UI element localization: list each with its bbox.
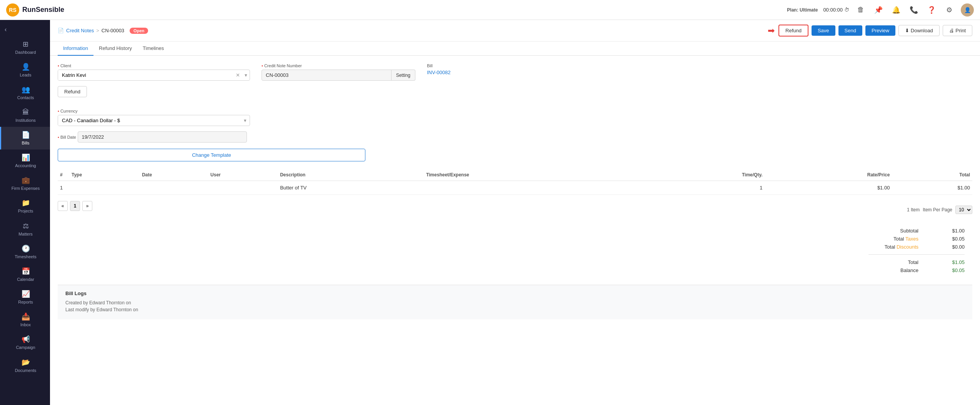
total-label: Total: [868, 259, 918, 265]
sidebar-item-documents[interactable]: 📂 Documents: [0, 354, 50, 377]
row-user: [208, 181, 278, 195]
matters-icon: ⚖: [23, 222, 29, 230]
sidebar: ‹ ⊞ Dashboard 👤 Leads 👥 Contacts 🏛 Insti…: [0, 20, 50, 405]
bill-logs-modified: Last modify by Edward Thornton on: [65, 307, 965, 312]
breadcrumb-parent[interactable]: Credit Notes: [66, 28, 94, 33]
refund-button[interactable]: Refund: [778, 25, 808, 37]
phone-icon-btn[interactable]: 📞: [908, 4, 920, 16]
subtotal-label: Subtotal: [868, 228, 918, 234]
col-timeqty: Time/Qty.: [647, 169, 765, 181]
preview-button[interactable]: Preview: [865, 25, 895, 36]
sidebar-item-calendar[interactable]: 📅 Calendar: [0, 263, 50, 286]
page-1-button[interactable]: 1: [70, 201, 80, 211]
sidebar-item-leads[interactable]: 👤 Leads: [0, 59, 50, 81]
balance-value: $0.05: [934, 267, 965, 273]
breadcrumb: 📄 Credit Notes > CN-00003 Open: [58, 28, 148, 34]
timer-icon: ⏱: [844, 7, 849, 13]
app-body: ‹ ⊞ Dashboard 👤 Leads 👥 Contacts 🏛 Insti…: [0, 20, 980, 405]
col-type: Type: [69, 169, 140, 181]
col-date: Date: [140, 169, 208, 181]
sidebar-item-projects[interactable]: 📁 Projects: [0, 195, 50, 217]
client-clear-icon[interactable]: ✕: [233, 72, 242, 78]
plan-info: Plan: Ultimate: [787, 7, 818, 13]
sidebar-item-campaign[interactable]: 📢 Campaign: [0, 331, 50, 354]
prev-page-button[interactable]: «: [58, 201, 68, 211]
taxes-label: Total Taxes: [868, 236, 918, 242]
client-dropdown-icon[interactable]: ▾: [242, 72, 250, 78]
projects-icon: 📁: [22, 199, 30, 207]
help-icon-btn[interactable]: ❓: [925, 4, 938, 16]
bill-date-input[interactable]: [78, 131, 247, 143]
change-template-button[interactable]: Change Template: [58, 149, 365, 161]
sidebar-item-timesheets[interactable]: 🕐 Timesheets: [0, 241, 50, 263]
subtotal-value: $1.00: [934, 228, 965, 234]
per-page-label: Item Per Page: [923, 207, 952, 212]
tab-refund-history[interactable]: Refund History: [93, 41, 137, 56]
pagination-info: 1 Item Item Per Page 10 25 50: [907, 206, 972, 214]
campaign-icon: 📢: [22, 335, 30, 344]
sidebar-item-contacts[interactable]: 👥 Contacts: [0, 81, 50, 104]
save-button[interactable]: Save: [812, 25, 835, 36]
total-row: Total $1.05: [868, 259, 965, 265]
sidebar-item-firm-expenses[interactable]: 💼 Firm Expenses: [0, 172, 50, 195]
top-nav: RS RunSensible Plan: Ultimate 00:00:00 ⏱…: [0, 0, 980, 20]
cn-number-input-row: Setting: [262, 70, 415, 81]
next-page-button[interactable]: »: [82, 201, 92, 211]
page-header: 📄 Credit Notes > CN-00003 Open ➡ Refund …: [50, 20, 980, 41]
bills-icon: 📄: [22, 131, 30, 139]
row-timesheet: [424, 181, 647, 195]
col-total: Total: [892, 169, 972, 181]
row-date: [140, 181, 208, 195]
balance-row: Balance $0.05: [868, 267, 965, 273]
pagination: « 1 »: [58, 201, 92, 211]
bell-icon-btn[interactable]: 🔔: [890, 4, 902, 16]
currency-dropdown-icon[interactable]: ▾: [241, 118, 250, 123]
currency-input[interactable]: [58, 115, 241, 126]
balance-label: Balance: [868, 267, 918, 273]
items-table: # Type Date User Description Timesheet/E…: [58, 169, 972, 195]
taxes-row: Total Taxes $0.05: [868, 236, 965, 242]
sidebar-item-matters[interactable]: ⚖ Matters: [0, 218, 50, 241]
sidebar-collapse-btn[interactable]: ‹: [0, 23, 50, 36]
sidebar-item-bills[interactable]: 📄 Bills: [0, 127, 50, 149]
send-button[interactable]: Send: [838, 25, 862, 36]
discounts-label: Total Discounts: [868, 244, 918, 250]
pin-icon-btn[interactable]: 📌: [872, 4, 885, 16]
documents-icon: 📂: [22, 358, 30, 367]
print-button[interactable]: 🖨 Print: [943, 25, 972, 36]
tab-timelines[interactable]: Timelines: [137, 41, 169, 56]
sidebar-item-accounting[interactable]: 📊 Accounting: [0, 149, 50, 172]
app-logo[interactable]: RS RunSensible: [6, 3, 64, 17]
sidebar-item-institutions[interactable]: 🏛 Institutions: [0, 105, 50, 127]
bill-link[interactable]: INV-00082: [427, 70, 450, 75]
credit-note-number-group: Credit Note Number Setting: [262, 63, 415, 81]
form-refund-button[interactable]: Refund: [58, 86, 87, 97]
total-value: $1.05: [934, 259, 965, 265]
col-rate: Rate/Price: [765, 169, 892, 181]
sidebar-item-inbox[interactable]: 📥 Inbox: [0, 309, 50, 331]
row-num: 1: [58, 181, 69, 195]
discounts-row: Total Discounts $0.00: [868, 244, 965, 250]
download-button[interactable]: ⬇ Download: [898, 25, 939, 36]
user-avatar[interactable]: 👤: [961, 3, 974, 17]
setting-button[interactable]: Setting: [392, 70, 415, 81]
sidebar-item-reports[interactable]: 📈 Reports: [0, 286, 50, 309]
sidebar-item-dashboard[interactable]: ⊞ Dashboard: [0, 36, 50, 59]
breadcrumb-current: CN-00003: [102, 28, 124, 33]
per-page-select[interactable]: 10 25 50: [955, 206, 972, 214]
form-area: Client ✕ ▾ Credit Note Number Setting: [50, 56, 980, 405]
bill-logs-title: Bill Logs: [65, 290, 965, 296]
inbox-icon: 📥: [22, 312, 30, 321]
col-description: Description: [278, 169, 424, 181]
bill-date-label: Bill Date: [58, 135, 76, 139]
row-timeqty: 1: [647, 181, 765, 195]
dashboard-icon: ⊞: [23, 40, 28, 48]
tab-information[interactable]: Information: [58, 41, 93, 56]
breadcrumb-separator: >: [96, 28, 99, 33]
bill-label: Bill: [427, 63, 450, 68]
trash-icon-btn[interactable]: 🗑: [855, 4, 867, 16]
client-input[interactable]: [58, 70, 233, 80]
settings-icon-btn[interactable]: ⚙: [943, 4, 955, 16]
credit-note-number-input[interactable]: [262, 70, 392, 81]
client-label: Client: [58, 63, 250, 68]
